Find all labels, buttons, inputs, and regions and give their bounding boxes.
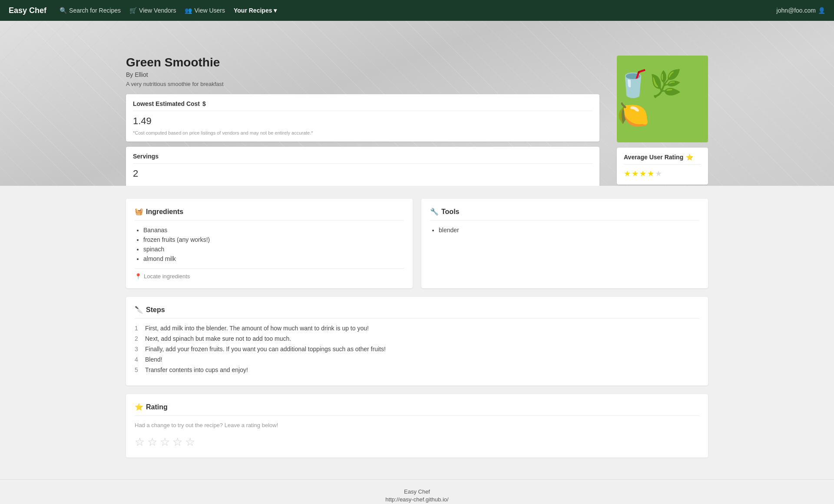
tools-card: 🔧 Tools blender — [421, 199, 708, 288]
recipe-author: By Elliot — [126, 71, 599, 78]
user-icon: 👤 — [818, 7, 825, 14]
ingredients-title: 🧺 Ingredients — [135, 208, 404, 221]
user-rating-stars[interactable]: ☆ ☆ ☆ ☆ ☆ — [135, 435, 699, 449]
star-5: ★ — [655, 169, 662, 178]
cost-value: 1.49 — [133, 115, 592, 127]
navbar: Easy Chef 🔍 Search for Recipes 🛒 View Ve… — [0, 0, 834, 21]
ingredients-list: Bananas frozen fruits (any works!) spina… — [135, 227, 404, 262]
footer: Easy Chef http://easy-chef.github.io/ Te… — [0, 479, 834, 504]
list-item: blender — [439, 227, 699, 234]
tools-icon: 🔧 — [430, 208, 439, 216]
cost-note: *Cost computed based on price listings o… — [133, 130, 592, 135]
recipe-title: Green Smoothie — [126, 56, 599, 69]
users-icon: 👥 — [185, 7, 192, 14]
servings-card-title: Servings — [133, 153, 592, 164]
ingredients-tools-row: 🧺 Ingredients Bananas frozen fruits (any… — [126, 199, 708, 288]
rating-star-icon: ⭐ — [135, 403, 143, 411]
recipe-description: A very nutritious smoothie for breakfast — [126, 81, 599, 87]
star-2: ★ — [632, 169, 639, 178]
vendors-icon: 🛒 — [129, 7, 137, 14]
step-4: 4 Blend! — [135, 356, 699, 363]
nav-view-users[interactable]: 👥 View Users — [185, 7, 225, 14]
list-item: frozen fruits (any works!) — [143, 236, 404, 243]
step-1: 1 First, add milk into the blender. The … — [135, 325, 699, 332]
rate-star-2[interactable]: ☆ — [147, 435, 157, 449]
nav-view-vendors[interactable]: 🛒 View Vendors — [129, 7, 176, 14]
nav-search-recipes[interactable]: 🔍 Search for Recipes — [60, 7, 121, 14]
rating-card-title: Average User Rating ⭐ — [624, 154, 701, 165]
star-4: ★ — [647, 169, 654, 178]
steps-icon: 🔪 — [135, 306, 143, 314]
footer-brand: Easy Chef — [9, 488, 825, 495]
rate-star-4[interactable]: ☆ — [172, 435, 182, 449]
step-3: 3 Finally, add your frozen fruits. If yo… — [135, 346, 699, 352]
hero-left: Green Smoothie By Elliot A very nutritio… — [126, 56, 599, 186]
rating-subtitle: Had a change to try out the recipe? Leav… — [135, 422, 699, 428]
dollar-icon: $ — [202, 100, 206, 107]
rating-card-section: ⭐ Rating Had a change to try out the rec… — [126, 394, 708, 458]
servings-card: Servings 2 — [126, 147, 599, 186]
nav-links: 🔍 Search for Recipes 🛒 View Vendors 👥 Vi… — [60, 7, 776, 14]
locate-icon: 📍 — [135, 273, 142, 280]
locate-ingredients-link[interactable]: 📍 Locate ingredients — [135, 268, 404, 280]
rating-section-title: ⭐ Rating — [135, 403, 699, 416]
list-item: Bananas — [143, 227, 404, 234]
star-1: ★ — [624, 169, 631, 178]
rate-star-5[interactable]: ☆ — [185, 435, 195, 449]
tools-list: blender — [430, 227, 699, 234]
tools-title: 🔧 Tools — [430, 208, 699, 221]
list-item: spinach — [143, 246, 404, 253]
rating-stars: ★ ★ ★ ★ ★ — [624, 169, 701, 178]
star-icon: ⭐ — [686, 154, 693, 161]
cost-card: Lowest Estimated Cost $ 1.49 *Cost compu… — [126, 94, 599, 142]
steps-title: 🔪 Steps — [135, 306, 699, 319]
basket-icon: 🧺 — [135, 208, 143, 216]
search-icon: 🔍 — [60, 7, 67, 14]
rate-star-1[interactable]: ☆ — [135, 435, 145, 449]
nav-user: john@foo.com 👤 — [777, 7, 825, 14]
recipe-image: 🥤🌿🍋 — [617, 56, 708, 142]
servings-value: 2 — [133, 168, 592, 179]
footer-url: http://easy-chef.github.io/ — [9, 496, 825, 503]
ingredients-card: 🧺 Ingredients Bananas frozen fruits (any… — [126, 199, 413, 288]
steps-card: 🔪 Steps 1 First, add milk into the blend… — [126, 297, 708, 385]
cost-card-title: Lowest Estimated Cost $ — [133, 100, 592, 111]
nav-brand: Easy Chef — [9, 6, 46, 15]
main-content: 🧺 Ingredients Bananas frozen fruits (any… — [0, 186, 834, 479]
step-5: 5 Transfer contents into cups and enjoy! — [135, 366, 699, 373]
rating-card: Average User Rating ⭐ ★ ★ ★ ★ ★ — [617, 148, 708, 184]
recipe-image-placeholder: 🥤🌿🍋 — [617, 56, 708, 142]
star-3: ★ — [639, 169, 646, 178]
rate-star-3[interactable]: ☆ — [160, 435, 170, 449]
hero-right: 🥤🌿🍋 Average User Rating ⭐ ★ ★ ★ ★ ★ Rest… — [617, 56, 708, 186]
step-2: 2 Next, add spinach but make sure not to… — [135, 335, 699, 342]
hero-content: Green Smoothie By Elliot A very nutritio… — [0, 21, 834, 186]
nav-your-recipes[interactable]: Your Recipes ▾ — [234, 7, 277, 14]
list-item: almond milk — [143, 255, 404, 262]
hero-section: Green Smoothie By Elliot A very nutritio… — [0, 21, 834, 186]
